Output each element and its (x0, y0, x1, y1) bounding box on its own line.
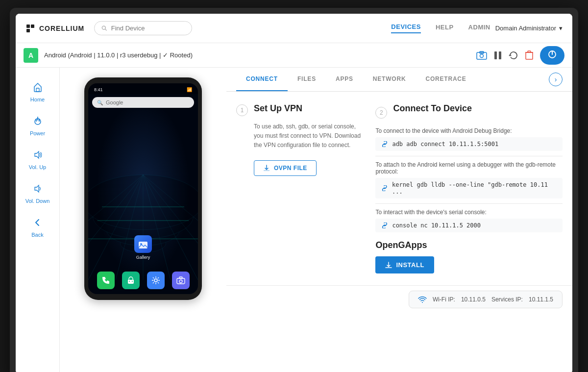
opengapps-title: OpenGApps (375, 240, 563, 250)
sidebar-item-voldown-label: Vol. Down (25, 198, 50, 204)
tab-connect[interactable]: CONNECT (236, 68, 288, 91)
sidebar-item-back[interactable]: Back (21, 213, 55, 243)
install-button[interactable]: INSTALL (375, 256, 434, 273)
panel-content: 1 Set Up VPN To use adb, ssh, gdb, or se… (226, 92, 572, 285)
svg-rect-45 (179, 277, 182, 278)
services-ip-value: 10.11.1.5 (529, 296, 553, 303)
phone-content: 8:41 📶 🔍 Google (88, 83, 198, 294)
wifi-ip-label: Wi-Fi IP: (433, 296, 455, 303)
tab-coretrace[interactable]: CORETRACE (416, 68, 476, 91)
sidebar: Home Power Vol. Up (16, 68, 60, 372)
right-panel: CONNECT FILES APPS NETWORK CORETRACE › 1… (226, 68, 572, 372)
pause-button[interactable] (494, 51, 502, 60)
gdb-command: kernel gdb lldb --one-line "gdb-remote 1… (392, 181, 557, 195)
volup-icon (33, 150, 43, 162)
corellium-logo-icon (25, 24, 35, 33)
gallery-icon-container: Gallery (134, 235, 152, 260)
vpn-step-circle: 1 (236, 104, 248, 116)
power-icon (548, 50, 557, 59)
search-icon (101, 25, 107, 31)
connect-device-section: 2 Connect To Device To connect to the de… (375, 103, 563, 273)
top-nav: CORELLIUM DEVICES HELP ADMIN Domain Admi… (16, 14, 572, 43)
phone-mockup: 8:41 📶 🔍 Google (84, 77, 202, 300)
svg-rect-9 (499, 51, 501, 59)
phone-dock (93, 272, 193, 289)
device-actions (476, 46, 564, 65)
device-bar: A Android (Android | 11.0.0 | r3 userdeb… (16, 43, 572, 68)
phone-search-bar: 🔍 Google (92, 97, 194, 108)
svg-point-41 (132, 281, 133, 282)
vpn-description: To use adb, ssh, gdb, or serial console,… (254, 122, 361, 150)
dock-camera-icon (172, 272, 190, 289)
ovpn-file-button[interactable]: OVPN FILE (254, 160, 317, 176)
phone-area: 8:41 📶 🔍 Google (60, 68, 226, 372)
divider-2 (375, 203, 563, 204)
setup-vpn-section: 1 Set Up VPN To use adb, ssh, gdb, or se… (236, 103, 361, 273)
nav-help[interactable]: HELP (436, 24, 454, 33)
svg-rect-2 (26, 29, 30, 32)
svg-point-6 (480, 54, 484, 57)
opengapps-section: OpenGApps INSTALL (375, 240, 563, 273)
svg-point-3 (102, 26, 106, 29)
pause-icon (494, 51, 502, 60)
tab-apps[interactable]: APPS (326, 68, 363, 91)
phone-time: 8:41 (94, 87, 103, 92)
search-box[interactable] (94, 21, 192, 35)
nav-admin[interactable]: ADMIN (468, 24, 490, 33)
refresh-button[interactable] (509, 50, 518, 60)
dock-settings-icon (147, 272, 165, 289)
device-avatar: A (24, 48, 38, 63)
link-icon-adb (381, 141, 388, 147)
dock-phone-icon (97, 272, 115, 289)
trash-icon (525, 50, 533, 60)
sidebar-item-voldown[interactable]: Vol. Down (21, 179, 55, 209)
tab-network[interactable]: NETWORK (363, 68, 416, 91)
device-title: Android (Android | 11.0.0 | r3 userdebug… (44, 51, 193, 59)
svg-point-46 (422, 302, 423, 303)
svg-rect-38 (139, 242, 147, 248)
svg-rect-10 (526, 52, 533, 59)
svg-point-40 (129, 281, 130, 282)
adb-command: adb adb connect 10.11.1.5:5001 (392, 141, 498, 148)
search-input[interactable] (111, 25, 185, 32)
svg-line-4 (105, 29, 107, 30)
sidebar-item-home[interactable]: Home (21, 77, 55, 107)
serial-desc: To interact with the device's serial con… (375, 209, 563, 216)
phone-status-bar: 8:41 📶 (88, 83, 198, 94)
svg-rect-12 (528, 51, 531, 52)
link-icon-serial (381, 223, 388, 228)
wifi-ip-value: 10.11.0.5 (461, 296, 486, 303)
install-download-icon (385, 262, 392, 269)
bottom-status: Wi-Fi IP: 10.11.0.5 Services IP: 10.11.1… (226, 285, 572, 313)
back-icon (33, 218, 43, 230)
divider-1 (375, 156, 563, 156)
screenshot-button[interactable] (476, 51, 487, 60)
dock-android-icon (122, 272, 140, 289)
status-card: Wi-Fi IP: 10.11.0.5 Services IP: 10.11.1… (409, 291, 563, 308)
sidebar-item-volup[interactable]: Vol. Up (21, 145, 55, 175)
voldown-icon (33, 184, 43, 196)
power-sidebar-icon (33, 116, 43, 128)
svg-rect-8 (494, 51, 497, 59)
adb-desc: To connect to the device with Android De… (375, 127, 563, 134)
serial-command: console nc 10.11.1.5 2000 (392, 222, 481, 229)
svg-point-42 (154, 279, 157, 282)
chevron-down-icon: ▾ (559, 25, 563, 32)
nav-user[interactable]: Domain Administrator ▾ (495, 25, 563, 32)
tab-next-button[interactable]: › (549, 73, 563, 86)
svg-point-44 (179, 280, 182, 283)
svg-rect-0 (26, 25, 30, 28)
logo: CORELLIUM (25, 24, 84, 33)
home-icon (33, 82, 43, 95)
gdb-desc: To attach to the Android kernel using a … (375, 161, 563, 175)
gallery-icon (134, 235, 152, 253)
vpn-section-title: Set Up VPN (254, 103, 302, 114)
tab-files[interactable]: FILES (288, 68, 326, 91)
power-button[interactable] (540, 46, 564, 65)
phone-screen: 8:41 📶 🔍 Google (88, 83, 198, 294)
sidebar-item-power[interactable]: Power (21, 111, 55, 141)
delete-button[interactable] (525, 50, 533, 60)
download-icon (263, 165, 270, 172)
nav-devices[interactable]: DEVICES (391, 23, 421, 33)
vpn-section-header: 1 Set Up VPN (236, 103, 361, 116)
